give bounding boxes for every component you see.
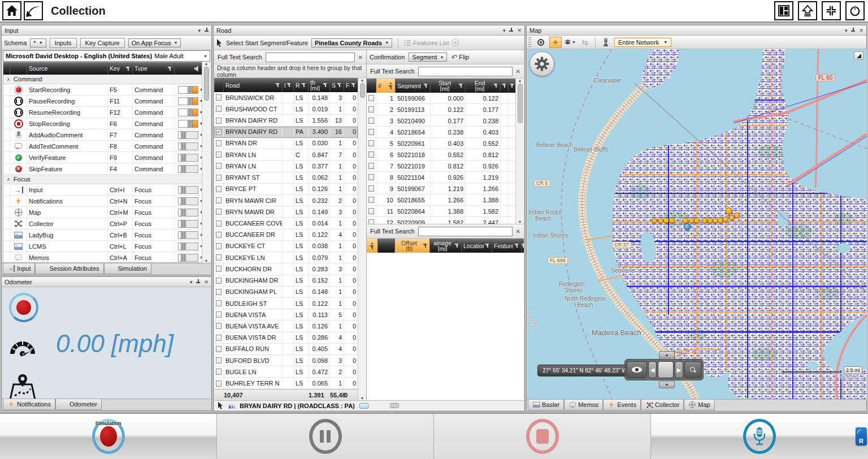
road-row[interactable]: BUCKEYE CT LS 0.038 1 0 xyxy=(214,241,358,252)
filter-icon[interactable] xyxy=(370,245,375,250)
segment-row[interactable]: 1 50199066 0.000 0.122 xyxy=(367,93,515,104)
row-checkbox[interactable] xyxy=(214,366,224,377)
input-grid-scrollbar[interactable]: ▲▼ xyxy=(202,62,210,263)
group-row-command[interactable]: ∧Command xyxy=(3,75,210,84)
row-checkbox[interactable] xyxy=(367,183,376,194)
input-binding-row[interactable]: ResumeRecording F12 Command xyxy=(3,107,210,118)
pin-icon[interactable] xyxy=(509,28,513,33)
input-binding-row[interactable]: SkipFeature F4 Command xyxy=(3,163,210,175)
sync-button[interactable]: ⇆ xyxy=(579,37,591,48)
row-checkbox[interactable] xyxy=(214,127,224,137)
input-binding-row[interactable]: Input Ctrl+I Focus xyxy=(3,184,210,196)
column-header-length[interactable]: th [mi] xyxy=(309,78,330,92)
road-row[interactable]: BUENA VISTA DR LS 0.286 4 0 xyxy=(214,332,358,344)
close-icon[interactable]: ✕ xyxy=(517,28,522,33)
row-checkbox[interactable] xyxy=(214,241,224,252)
road-row[interactable]: BRYN MAWR CIR LS 0.232 2 0 xyxy=(214,195,358,206)
route-marker[interactable] xyxy=(684,223,691,230)
input-binding-row[interactable]: AddTextComment F8 Command xyxy=(3,141,210,152)
column-header-source[interactable]: Source xyxy=(27,62,108,75)
road-row[interactable]: BUFFALO RUN LS 0.405 4 0 xyxy=(214,344,358,355)
zoom-button[interactable] xyxy=(684,361,701,378)
stop-button[interactable] xyxy=(526,419,559,454)
filter-icon[interactable] xyxy=(301,83,306,88)
road-row[interactable]: BRYN MAWR DR LS 0.149 3 0 xyxy=(214,206,358,218)
segment-row[interactable]: 9 50199067 1.219 1.266 xyxy=(367,183,515,194)
segment-row[interactable]: 4 50218654 0.238 0.403 xyxy=(367,127,515,138)
pan-center-handle[interactable] xyxy=(658,361,674,378)
road-row[interactable]: BUCKINGHAM DR LS 0.152 1 0 xyxy=(214,275,358,287)
filter-icon[interactable] xyxy=(423,83,428,88)
track-position-button[interactable] xyxy=(535,37,547,48)
pan-down-button[interactable]: ▼ xyxy=(659,381,675,388)
road-row[interactable]: BUCCANEER COVE LS 0.014 1 0 xyxy=(214,218,358,229)
pan-right-button[interactable]: ▶ xyxy=(675,361,683,378)
landmark-button[interactable] xyxy=(600,37,612,48)
road-row[interactable]: BUCKHORN DR LS 0.283 3 0 xyxy=(214,263,358,275)
filter-icon[interactable] xyxy=(510,83,515,88)
pan-up-button[interactable]: ▲ xyxy=(659,351,675,358)
menu-caret-icon[interactable]: ▾ xyxy=(190,279,193,285)
voice-selector[interactable]: Microsoft David Desktop - English (Unite… xyxy=(3,50,210,62)
layout-button[interactable] xyxy=(774,1,793,20)
row-checkbox[interactable] xyxy=(214,287,224,297)
road-row[interactable]: BRYANT ST LS 0.062 1 0 xyxy=(214,172,358,184)
route-marker[interactable] xyxy=(702,218,708,223)
row-checkbox[interactable] xyxy=(214,138,224,149)
route-marker[interactable] xyxy=(734,213,740,218)
input-binding-row[interactable]: LCMS Ctrl+L Focus xyxy=(3,241,210,252)
road-row[interactable]: BUHRLEY TERR N LS 0.065 1 0 xyxy=(214,378,358,389)
road-row[interactable]: BUGLE LN LS 0.472 2 0 xyxy=(214,366,358,378)
row-checkbox[interactable] xyxy=(214,103,224,114)
row-checkbox[interactable] xyxy=(367,161,376,171)
filter-icon[interactable] xyxy=(351,83,356,88)
road-row[interactable]: BUFORD BLVD LS 0.098 3 0 xyxy=(214,355,358,366)
column-header-chainage[interactable]: ainage [mi] xyxy=(430,239,462,253)
input-binding-row[interactable]: LadyBug Ctrl+B Focus xyxy=(3,229,210,241)
segment-row[interactable]: 12 50220909 1.582 2.447 xyxy=(367,217,515,224)
road-row[interactable]: BRYCE PT LS 0.126 1 0 xyxy=(214,184,358,195)
row-checkbox[interactable] xyxy=(214,149,224,160)
segment-row[interactable]: 8 50221104 0.926 1.219 xyxy=(367,172,515,183)
filter-icon[interactable] xyxy=(502,83,507,88)
column-header-location[interactable]: Locatior xyxy=(462,239,492,253)
row-checkbox[interactable] xyxy=(367,127,376,137)
map-settings-button[interactable] xyxy=(530,51,554,76)
filter-icon[interactable] xyxy=(337,83,342,88)
toolbar-grip[interactable] xyxy=(528,37,531,47)
panel-tab[interactable]: Events xyxy=(603,400,641,410)
column-header-filter[interactable]: ▲ xyxy=(367,239,378,253)
filter-icon[interactable] xyxy=(275,83,280,88)
filter-icon[interactable] xyxy=(167,66,172,71)
pan-left-button[interactable]: ◀ xyxy=(648,361,657,378)
filter-icon[interactable] xyxy=(423,243,428,248)
row-checkbox[interactable] xyxy=(214,298,224,309)
road-row[interactable]: BUCCANEER DR LS 0.122 4 0 xyxy=(214,229,358,241)
column-header-filter[interactable] xyxy=(501,79,509,93)
row-checkbox[interactable] xyxy=(214,321,224,331)
row-checkbox[interactable] xyxy=(214,184,224,194)
road-row[interactable]: BUENA VISTA LS 0.113 5 0 xyxy=(214,309,358,321)
row-checkbox[interactable] xyxy=(214,161,224,171)
row-checkbox[interactable] xyxy=(214,332,224,343)
filter-icon[interactable] xyxy=(522,243,524,248)
panel-tab[interactable]: Map xyxy=(684,400,714,410)
clear-search-icon[interactable]: ✕ xyxy=(516,68,520,75)
column-header-segment[interactable]: Segment xyxy=(396,79,431,93)
segment-row[interactable]: 7 50221019 0.812 0.926 xyxy=(367,161,515,172)
pause-button[interactable] xyxy=(309,419,342,454)
route-marker[interactable] xyxy=(726,207,732,214)
road-row[interactable]: BRYAN DAIRY RD PA 3.490 16 0 xyxy=(214,127,358,138)
focus-mode-dropdown[interactable]: On App Focus▼ xyxy=(128,38,181,47)
panel-tab[interactable]: Simulation xyxy=(104,263,151,274)
route-marker[interactable] xyxy=(683,218,688,223)
input-binding-row[interactable]: Map Ctrl+M Focus xyxy=(3,207,210,218)
menu-caret-icon[interactable]: ▾ xyxy=(503,28,506,33)
add-marker-button[interactable]: + xyxy=(549,37,562,48)
confirmation-mode-dropdown[interactable]: Segment▼ xyxy=(409,53,447,62)
toggle-switch[interactable] xyxy=(178,254,198,262)
row-checkbox[interactable] xyxy=(367,138,376,149)
segment-row[interactable]: 2 50199113 0.122 0.177 xyxy=(367,104,515,115)
filter-icon[interactable] xyxy=(454,243,459,248)
input-binding-row[interactable]: StartRecording F5 Command xyxy=(3,84,210,96)
